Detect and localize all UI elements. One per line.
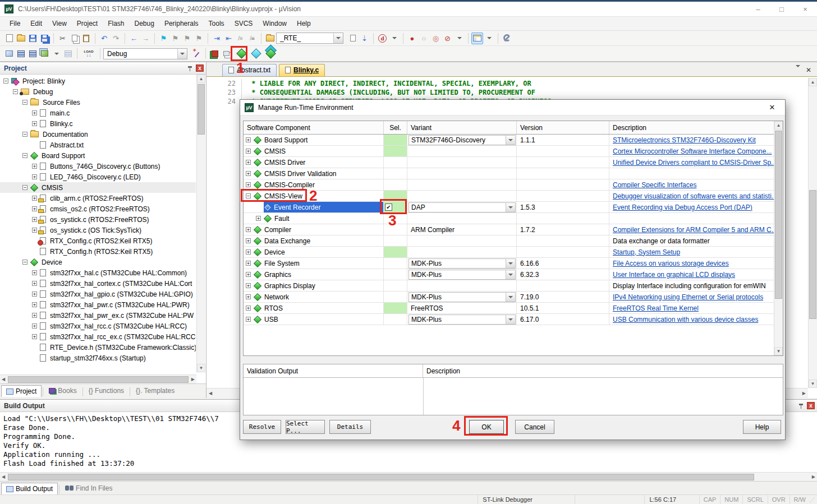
menu-project[interactable]: Project	[72, 18, 103, 29]
window-layout-dropdown-icon[interactable]	[483, 33, 495, 44]
expand-icon[interactable]: +	[246, 137, 251, 142]
collapse-icon[interactable]: −	[22, 260, 27, 265]
open-file-icon[interactable]	[15, 33, 27, 44]
details-button[interactable]: Details	[329, 420, 371, 434]
expand-icon[interactable]: +	[246, 306, 251, 311]
scroll-left-icon[interactable]: ◀	[0, 377, 7, 382]
variant-dropdown-icon[interactable]	[506, 203, 515, 212]
editor-vscrollbar[interactable]: ▲ ▼	[808, 78, 817, 388]
tree-item[interactable]: −Device	[0, 257, 196, 267]
close-button[interactable]: ×	[793, 2, 817, 16]
tree-item[interactable]: −Board Support	[0, 150, 196, 161]
editor-tab[interactable]: Abstract.txt	[222, 64, 277, 76]
redo-icon[interactable]: ↷	[110, 33, 122, 44]
find-in-files-folder-icon[interactable]	[264, 33, 276, 44]
comment-icon[interactable]: /≡	[235, 33, 246, 44]
tree-item[interactable]: Abstract.txt	[0, 140, 196, 150]
component-label[interactable]: Network	[264, 293, 289, 301]
column-software-component[interactable]: Software Component	[244, 121, 384, 134]
tree-item[interactable]: −Documentation	[0, 129, 196, 140]
variant-combobox[interactable]: STM32F746G-Discovery	[408, 135, 516, 145]
description-link[interactable]: Cortex Microcontroller Software Interfac…	[613, 147, 772, 155]
collapse-icon[interactable]: −	[22, 153, 27, 158]
cut-icon[interactable]: ✂	[57, 33, 68, 44]
scroll-down-icon[interactable]: ▼	[774, 347, 783, 355]
panel-tab-functions[interactable]: {} Functions	[84, 385, 128, 396]
panel-close-icon[interactable]: x	[807, 402, 815, 409]
resolve-button[interactable]: Resolve	[243, 420, 281, 434]
undo-icon[interactable]: ↶	[98, 33, 110, 44]
description-link[interactable]: Unified Device Drivers compliant to CMSI…	[613, 159, 774, 167]
sel-cell[interactable]	[384, 314, 407, 325]
tab-list-dropdown-icon[interactable]	[796, 67, 800, 73]
description-link[interactable]: FreeRTOS Real Time Kernel	[613, 304, 699, 312]
variant-combobox[interactable]: MDK-Plus	[408, 315, 516, 325]
variant-combobox[interactable]: DAP	[408, 202, 516, 212]
variant-dropdown-icon[interactable]	[506, 259, 515, 268]
search-text[interactable]: _RTE_	[277, 34, 333, 42]
menu-peripherals[interactable]: Peripherals	[159, 18, 204, 29]
breakpoint-toggle-icon[interactable]: ●	[406, 33, 418, 44]
bookmark-prev-icon[interactable]: ⚑	[181, 33, 193, 44]
description-link[interactable]: Compiler Extensions for ARM Compiler 5 a…	[613, 226, 774, 234]
window-layout-icon[interactable]	[471, 33, 483, 44]
component-label[interactable]: Graphics	[264, 271, 291, 279]
sel-cell[interactable]	[384, 157, 407, 168]
tree-item[interactable]: +Blinky.c	[0, 118, 196, 129]
description-link[interactable]: Event Recording via Debug Access Port (D…	[613, 204, 752, 211]
description-link[interactable]: USB Communication with various device cl…	[613, 316, 758, 323]
navigate-back-icon[interactable]: ←	[128, 33, 140, 44]
description-link[interactable]: File Access on various storage devices	[613, 260, 729, 267]
sel-cell[interactable]	[384, 247, 407, 258]
tree-item[interactable]: +clib_arm.c (RTOS2:FreeRTOS)	[0, 193, 196, 204]
variant-dropdown-icon[interactable]	[506, 136, 515, 145]
menu-svcs[interactable]: SVCS	[230, 18, 258, 29]
expand-icon[interactable]: +	[32, 217, 37, 222]
expand-icon[interactable]: +	[246, 171, 251, 176]
description-link[interactable]: Debugger visualization of software event…	[613, 192, 774, 200]
tab-close-icon[interactable]: ✕	[806, 66, 811, 74]
variant-dropdown-icon[interactable]	[506, 293, 515, 302]
component-label[interactable]: CMSIS Driver Validation	[264, 170, 336, 178]
expand-icon[interactable]: +	[246, 182, 251, 187]
scroll-left-icon[interactable]: ◀	[209, 391, 212, 396]
tree-item[interactable]: +Buttons_746G_Discovery.c (Buttons)	[0, 161, 196, 172]
variant-combobox[interactable]: MDK-Plus	[408, 270, 516, 280]
flash-download-icon[interactable]: LOAD↓↓	[80, 48, 97, 59]
description-link[interactable]: IPv4 Networking using Ethernet or Serial…	[613, 293, 763, 301]
component-label[interactable]: CMSIS	[264, 147, 286, 155]
configure-wrench-icon[interactable]	[501, 33, 513, 44]
collapse-icon[interactable]: −	[3, 78, 8, 84]
bottom-tab-build-output[interactable]: Build Output	[1, 483, 58, 494]
save-all-icon[interactable]	[39, 33, 51, 44]
scroll-down-icon[interactable]: ▼	[809, 380, 817, 388]
expand-icon[interactable]: +	[32, 164, 37, 169]
menu-edit[interactable]: Edit	[25, 18, 47, 29]
description-link[interactable]: STMicroelectronics STM32F746G-Discovery …	[613, 136, 756, 144]
tree-item[interactable]: +stm32f7xx_hal_rcc_ex.c (STM32Cube HAL:R…	[0, 331, 196, 342]
bookmark-clear-icon[interactable]: ⚑	[193, 33, 205, 44]
expand-icon[interactable]: +	[32, 313, 37, 318]
sel-cell[interactable]	[384, 135, 407, 146]
tree-item[interactable]: +cmsis_os2.c (RTOS2:FreeRTOS)	[0, 204, 196, 214]
sel-cell[interactable]	[384, 292, 407, 303]
select-packs-icon[interactable]	[265, 48, 277, 59]
tree-item[interactable]: startup_stm32f746xx.s (Startup)	[0, 353, 196, 363]
scroll-down-icon[interactable]: ▼	[197, 364, 205, 372]
expand-icon[interactable]: +	[256, 216, 261, 221]
component-label[interactable]: Device	[264, 248, 285, 256]
menu-flash[interactable]: Flash	[103, 18, 129, 29]
sel-cell[interactable]	[384, 146, 407, 157]
menu-help[interactable]: Help	[292, 18, 316, 29]
indent-right-icon[interactable]: ⇥	[211, 33, 223, 44]
expand-icon[interactable]: +	[32, 323, 37, 329]
scroll-left-icon[interactable]: ◀	[0, 474, 7, 479]
component-table-vscrollbar[interactable]: ▲ ▼	[774, 121, 783, 355]
expand-icon[interactable]: +	[32, 174, 37, 179]
column-sel[interactable]: Sel.	[384, 121, 407, 134]
scroll-up-icon[interactable]: ▲	[809, 78, 817, 86]
search-combo[interactable]: _RTE_	[276, 33, 343, 44]
tree-item[interactable]: +LED_746G_Discovery.c (LED)	[0, 172, 196, 182]
editor-tab[interactable]: Blinky.c	[279, 64, 325, 76]
variant-dropdown-icon[interactable]	[506, 315, 515, 324]
